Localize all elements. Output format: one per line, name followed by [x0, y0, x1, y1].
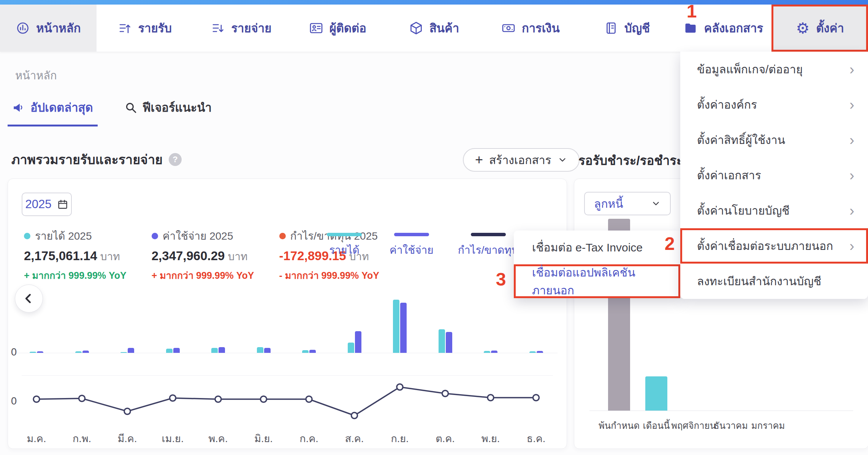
- profit-point: [124, 408, 130, 414]
- megaphone-icon: [12, 101, 25, 114]
- bar-expense: [491, 351, 497, 353]
- external-connection-submenu: เชื่อมต่อ e-Tax Invoice เชื่อมต่อแอปพลิเ…: [514, 231, 680, 298]
- nav-item-expense[interactable]: รายจ่าย: [193, 5, 290, 52]
- profit-point: [170, 395, 176, 401]
- bar-expense: [264, 348, 271, 353]
- x-axis-month-label: พ.ย.: [470, 430, 512, 447]
- nav-item-finance[interactable]: การเงิน: [482, 5, 579, 52]
- x-axis-month-label: มิ.ย.: [243, 430, 285, 447]
- menu-item-accounting-policy[interactable]: ตั้งค่านโยบายบัญชี ›: [680, 193, 868, 228]
- bar-revenue: [529, 351, 536, 353]
- nav-item-documents[interactable]: คลังเอกสาร: [675, 5, 771, 52]
- help-icon[interactable]: ?: [169, 153, 182, 166]
- create-document-button[interactable]: + สร้างเอกสาร: [463, 148, 580, 172]
- menu-item-register-accounting-firm[interactable]: ลงทะเบียนสำนักงานบัญชี: [680, 264, 868, 299]
- toggle-profit[interactable]: กำไร/ขาดทุน: [458, 233, 519, 258]
- menu-item-package-renewal[interactable]: ข้อมูลแพ็กเกจ/ต่ออายุ ›: [680, 52, 868, 87]
- nav-item-settings[interactable]: ⚙ ตั้งค่า: [771, 5, 868, 52]
- bar-expense: [537, 351, 543, 353]
- debtor-filter-dropdown[interactable]: ลูกหนี้: [584, 192, 671, 215]
- bar-expense: [355, 331, 361, 353]
- bar-revenue: [75, 351, 82, 353]
- toggle-revenue[interactable]: รายได้: [323, 233, 365, 258]
- bar-revenue: [348, 343, 354, 353]
- chart-separator: [22, 375, 553, 376]
- accounting-icon: [604, 21, 618, 35]
- settings-menu: ข้อมูลแพ็กเกจ/ต่ออายุ › ตั้งค่าองค์กร › …: [680, 52, 868, 299]
- chevron-down-icon: [558, 155, 567, 165]
- profit-point: [33, 396, 40, 402]
- bar-revenue: [30, 352, 36, 353]
- bar-revenue: [211, 348, 218, 353]
- profit-dot-icon: [279, 233, 286, 239]
- expense-line-icon: [394, 233, 429, 236]
- top-accent-strip: [0, 0, 868, 5]
- chevron-right-icon: ›: [849, 133, 854, 147]
- chevron-right-icon: ›: [849, 62, 854, 77]
- bar-revenue: [439, 329, 445, 353]
- menu-item-user-permissions[interactable]: ตั้งค่าสิทธิ์ผู้ใช้งาน ›: [680, 122, 868, 158]
- bar-expense: [446, 332, 452, 353]
- stat-expense: ค่าใช้จ่าย 2025 2,347,960.29บาท + มากกว่…: [152, 228, 254, 283]
- nav-item-products[interactable]: สินค้า: [386, 5, 482, 52]
- tab-latest-updates[interactable]: อัปเดตล่าสุด: [8, 94, 98, 126]
- calendar-icon: [57, 199, 68, 210]
- bar-expense: [400, 303, 407, 353]
- bar-revenue: [257, 347, 263, 353]
- nav-item-income[interactable]: รายรับ: [97, 5, 193, 52]
- menu-item-document-settings[interactable]: ตั้งค่าเอกสาร ›: [680, 158, 868, 193]
- stat-revenue: รายได้ 2025 2,175,061.14บาท + มากกว่า 99…: [24, 228, 127, 283]
- tab-recommended-features[interactable]: ฟีเจอร์แนะนำ: [120, 94, 216, 126]
- overview-section-title: ภาพรวมรายรับและรายจ่าย ?: [11, 149, 182, 170]
- chevron-down-icon: [651, 199, 661, 209]
- profit-yoy: - มากกว่า 999.99% YoY: [279, 268, 380, 283]
- plus-icon: +: [475, 153, 483, 167]
- nav-item-accounting[interactable]: บัญชี: [579, 5, 675, 52]
- bar-expense: [82, 351, 89, 353]
- submenu-item-external-application[interactable]: เชื่อมต่อแอปพลิเคชันภายนอก: [514, 264, 680, 298]
- receivables-category-label: มกราคม: [741, 418, 795, 433]
- finance-icon: [501, 21, 516, 35]
- bar-expense: [173, 348, 180, 353]
- chevron-right-icon: ›: [849, 204, 854, 218]
- nav-item-contacts[interactable]: ผู้ติดต่อ: [289, 5, 386, 52]
- revenue-line-icon: [327, 233, 362, 236]
- search-icon: [124, 101, 137, 114]
- receivables-baseline: [589, 411, 853, 411]
- bar-revenue: [166, 349, 173, 353]
- submenu-item-etax-invoice[interactable]: เชื่อมต่อ e-Tax Invoice: [514, 231, 680, 264]
- income-icon: [117, 21, 132, 35]
- revenue-dot-icon: [24, 233, 30, 239]
- breadcrumb: หน้าหลัก: [15, 67, 57, 84]
- menu-item-external-system-connection[interactable]: ตั้งค่าเชื่อมต่อระบบภายนอก ›: [680, 228, 868, 264]
- bar-expense: [37, 351, 43, 353]
- toggle-expense[interactable]: ค่าใช้จ่าย: [390, 233, 434, 258]
- bar-axis-zero: 0: [11, 346, 17, 358]
- dashboard-icon: [16, 21, 30, 35]
- menu-item-organization-settings[interactable]: ตั้งค่าองค์กร ›: [680, 87, 868, 122]
- bar-expense: [309, 350, 316, 353]
- profit-line-icon: [471, 233, 506, 236]
- products-icon: [409, 21, 423, 35]
- overview-card: 2025 รายได้ 2025 2,175,061.14บาท + มากกว…: [8, 179, 567, 449]
- main-nav: หน้าหลัก รายรับ รายจ่าย ผู้ติดต่อ สินค้า…: [0, 5, 868, 52]
- x-axis-month-label: ก.ค.: [288, 430, 330, 447]
- chevron-right-icon: ›: [849, 98, 854, 112]
- chevron-left-icon: [22, 292, 35, 305]
- nav-item-home[interactable]: หน้าหลัก: [0, 5, 97, 52]
- gear-icon: ⚙: [795, 21, 810, 35]
- contacts-icon: [309, 21, 323, 35]
- bar-expense: [128, 348, 134, 353]
- profit-point: [79, 395, 85, 401]
- dashboard-tabs: อัปเดตล่าสุด ฟีเจอร์แนะนำ: [8, 94, 216, 126]
- expense-dot-icon: [152, 233, 158, 239]
- chart-series-toggles: รายได้ ค่าใช้จ่าย กำไร/ขาดทุน: [323, 233, 519, 258]
- year-selector[interactable]: 2025: [22, 193, 72, 216]
- x-axis-month-label: ก.ย.: [379, 430, 421, 447]
- bar-revenue: [484, 351, 490, 353]
- bar-revenue: [393, 300, 399, 353]
- x-axis-month-label: ธ.ค.: [515, 430, 557, 447]
- profit-point: [215, 396, 221, 402]
- x-axis-month-label: เม.ย.: [152, 430, 194, 447]
- chart-prev-button[interactable]: [15, 284, 43, 313]
